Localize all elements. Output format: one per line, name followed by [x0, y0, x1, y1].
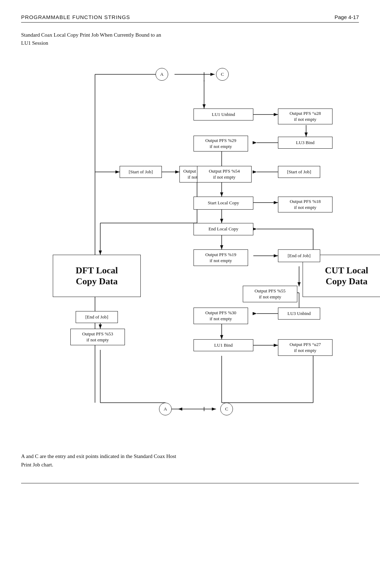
- lu3-unbind-box: LU3 Unbind: [278, 308, 320, 320]
- end-of-job-left-box: [End of Job]: [76, 311, 118, 323]
- output-pfs-18-box: Output PFS %18if not empty: [278, 197, 332, 212]
- output-pfs-55-box: Output PFS %55if not empty: [243, 286, 297, 302]
- output-pfs-19-box: Output PFS %19if not empty: [194, 249, 248, 266]
- output-pfs-30-box: Output PFS %30if not empty: [194, 308, 248, 324]
- circle-a-bottom: A: [159, 403, 172, 415]
- footer-text: A and C are the entry and exit points in…: [21, 452, 359, 469]
- output-pfs-28-box: Output PFS °u28if not empty: [278, 109, 332, 124]
- header-title: PROGRAMMABLE FUNCTION STRINGS: [21, 14, 130, 20]
- output-pfs-29-box: Output PFS %29if not empty: [194, 136, 248, 151]
- end-local-copy-box: End Local Copy: [194, 223, 253, 235]
- page-number: Page 4-17: [335, 14, 359, 20]
- page-subtitle: Standard Coax Local Copy Print Job When …: [21, 31, 359, 47]
- end-of-job-right-box: [End of Job]: [278, 249, 320, 262]
- page-header: PROGRAMMABLE FUNCTION STRINGS Page 4-17: [21, 14, 359, 23]
- page-footer-line: [21, 483, 359, 483]
- circle-c-top: C: [216, 68, 229, 81]
- lu1-unbind-box: LU1 Unbind: [194, 109, 253, 120]
- start-local-copy-box: Start Local Copy: [194, 197, 253, 210]
- circle-a-top: A: [156, 68, 168, 81]
- start-of-job-left-box: [Start of Job]: [120, 166, 162, 178]
- output-pfs-27-box: Output PFS °u27if not empty: [278, 339, 332, 356]
- lu1-bind-box: LU1 Bind: [194, 339, 253, 351]
- page: PROGRAMMABLE FUNCTION STRINGS Page 4-17 …: [0, 0, 380, 588]
- output-pfs-53-box: Output PFS %53if not empty: [70, 329, 125, 345]
- dft-local-copy-data-box: DFT LocalCopy Data: [53, 255, 141, 297]
- lu3-bind-box: LU3 Bind: [278, 137, 332, 149]
- circle-c-bottom: C: [220, 403, 233, 415]
- start-of-job-right-box: [Start of Job]: [278, 166, 320, 178]
- output-pfs-54-box: Output PFS %54if not empty: [197, 166, 252, 182]
- flowchart-diagram: A C LU1 Unbind Output PFS °u28if not emp…: [25, 57, 355, 445]
